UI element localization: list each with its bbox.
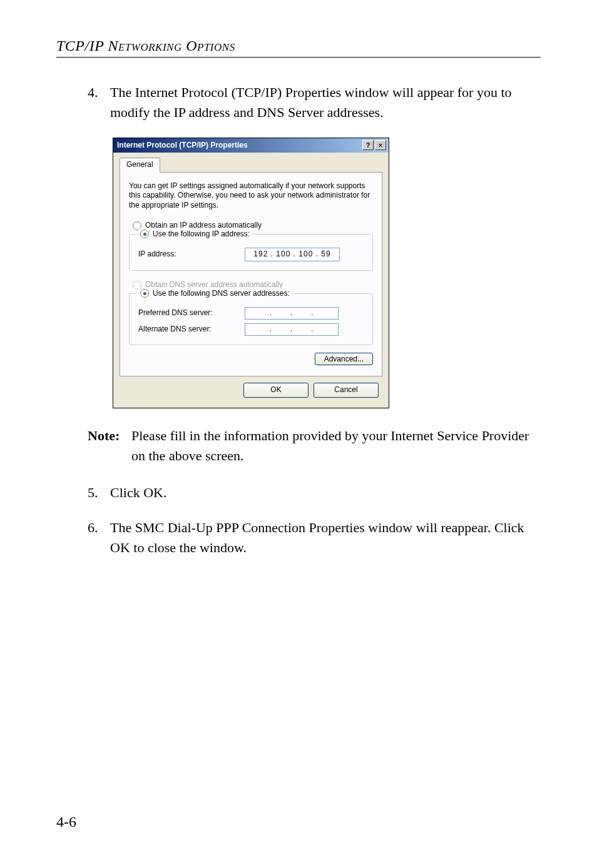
ip-dot: .	[270, 308, 272, 318]
dialog-title: Internet Protocol (TCP/IP) Properties	[117, 140, 248, 151]
alternate-dns-input[interactable]: . . .	[245, 323, 339, 336]
step-text: Click OK.	[110, 483, 541, 503]
ip-dot: .	[311, 324, 314, 335]
help-icon[interactable]: ?	[362, 140, 374, 150]
radio-icon[interactable]	[140, 230, 149, 238]
close-icon[interactable]: ×	[375, 140, 386, 150]
page-number: 4-6	[56, 814, 76, 830]
step-number: 6.	[88, 518, 110, 558]
tcpip-properties-dialog: Internet Protocol (TCP/IP) Properties ? …	[113, 138, 389, 408]
step-number: 5.	[88, 483, 110, 503]
step-text: The Internet Protocol (TCP/IP) Propertie…	[110, 83, 541, 123]
advanced-button[interactable]: Advanced...	[315, 353, 373, 365]
step-text: The SMC Dial-Up PPP Connection Propertie…	[110, 518, 541, 558]
preferred-dns-label: Preferred DNS server:	[138, 308, 245, 318]
ip-fieldset: Use the following IP address: IP address…	[129, 234, 373, 271]
dns-fieldset: Use the following DNS server addresses: …	[129, 293, 373, 345]
note-text: Please fill in the information provided …	[131, 426, 541, 466]
radio-use-dns-label[interactable]: Use the following DNS server addresses:	[153, 288, 290, 299]
ip-address-label: IP address:	[138, 249, 245, 260]
ip-dot: .	[290, 308, 293, 318]
header-rule	[56, 57, 541, 58]
cancel-button[interactable]: Cancel	[314, 383, 379, 397]
note: Note: Please fill in the information pro…	[88, 426, 541, 466]
note-label: Note:	[88, 426, 131, 466]
ip-dot: .	[290, 324, 293, 335]
radio-use-ip-label[interactable]: Use the following IP address:	[153, 229, 250, 240]
dialog-titlebar: Internet Protocol (TCP/IP) Properties ? …	[113, 138, 389, 153]
preferred-dns-input[interactable]: . . .	[245, 307, 339, 320]
ok-button[interactable]: OK	[243, 383, 309, 397]
ip-dot: .	[270, 324, 272, 335]
page-header: TCP/IP Networking Options	[56, 38, 541, 54]
ip-address-input[interactable]: 192 . 100 . 100 . 59	[245, 248, 340, 261]
dialog-description: You can get IP settings assigned automat…	[129, 181, 373, 211]
radio-icon[interactable]	[140, 289, 149, 298]
step-number: 4.	[88, 83, 110, 123]
step-6: 6. The SMC Dial-Up PPP Connection Proper…	[88, 518, 541, 558]
alternate-dns-label: Alternate DNS server:	[138, 324, 245, 335]
step-4: 4. The Internet Protocol (TCP/IP) Proper…	[88, 83, 541, 123]
tab-general[interactable]: General	[120, 158, 160, 172]
step-5: 5. Click OK.	[88, 483, 541, 503]
ip-dot: .	[311, 308, 314, 318]
